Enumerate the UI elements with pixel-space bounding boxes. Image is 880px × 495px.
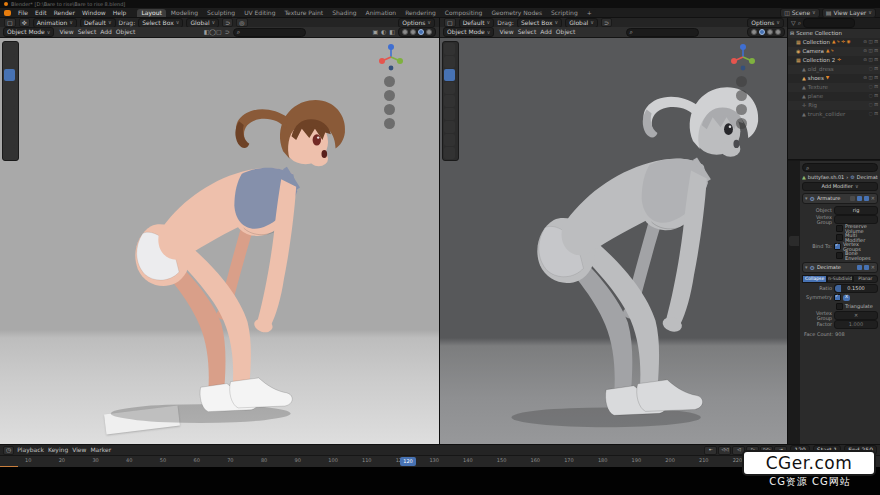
outliner-row[interactable]: ▲ plane ◌ ⊡	[788, 92, 880, 101]
toggle-render-icon[interactable]	[864, 265, 869, 270]
navigation-gizmo[interactable]	[376, 42, 406, 72]
tool-button[interactable]	[444, 108, 455, 120]
gizmo-toggle-icon[interactable]: ▣	[372, 29, 378, 35]
tool-button[interactable]	[4, 95, 15, 107]
viewport-search[interactable]: ⌕	[233, 28, 306, 37]
bone-envelopes-checkbox[interactable]	[836, 252, 843, 259]
shading-wireframe-icon[interactable]	[402, 29, 408, 35]
outliner-row[interactable]: ▲ shoes ▼ ⊙ ◫ ⊡	[788, 74, 880, 83]
nav-button[interactable]	[384, 90, 395, 101]
triangulate-checkbox[interactable]	[836, 303, 843, 310]
current-frame-marker[interactable]: 120	[400, 457, 416, 466]
properties-search-input[interactable]	[811, 165, 871, 171]
visibility-icons[interactable]: ◌ ⊡	[869, 85, 878, 90]
nav-button[interactable]	[384, 118, 395, 129]
tool-button[interactable]	[4, 82, 15, 94]
tool-button[interactable]	[444, 134, 455, 146]
outliner-row[interactable]: ◉ Camera ▲ ϟ ⊙ ◫ ⊡	[788, 47, 880, 56]
tool-button[interactable]	[444, 147, 455, 159]
shading-material-icon[interactable]	[767, 29, 773, 35]
tweak-tool-icon[interactable]: ▢	[444, 18, 456, 27]
orientation-dropdown[interactable]: Default ∨	[80, 18, 116, 28]
decimate-modifier-header[interactable]: ▾ ⚙ Decimate ✕	[802, 262, 878, 273]
navigation-gizmo[interactable]	[728, 42, 758, 72]
tool-button[interactable]	[444, 82, 455, 94]
blender-logo-icon[interactable]	[4, 10, 11, 16]
nav-button[interactable]	[736, 90, 747, 101]
orientation-dropdown[interactable]: Default ∨	[459, 18, 495, 28]
properties-tab-icon[interactable]	[789, 272, 799, 282]
snap-icon[interactable]: ⊃	[225, 29, 230, 35]
close-icon[interactable]: ✕	[871, 265, 875, 270]
character-model-shaded[interactable]	[60, 80, 360, 436]
viewport-menu-item[interactable]: Select	[516, 29, 539, 35]
properties-tab-icon[interactable]	[789, 212, 799, 222]
visibility-icons[interactable]: ⊙ ◫ ⊡	[863, 49, 878, 54]
decimate-mode-tab[interactable]: Collapse	[802, 275, 827, 283]
properties-tab-icon[interactable]	[789, 236, 799, 246]
properties-tab-icon[interactable]	[789, 296, 799, 306]
armature-modifier-header[interactable]: ▾ ⚙ Armature ✕	[802, 193, 878, 204]
symmetry-axis-button[interactable]: X	[843, 295, 850, 301]
properties-search[interactable]: ⌕	[802, 163, 878, 172]
options-dropdown[interactable]: Options ∨	[398, 18, 435, 28]
workspace-tab[interactable]: Animation	[362, 9, 401, 17]
tool-button[interactable]	[444, 121, 455, 133]
preserve-volume-checkbox[interactable]	[836, 225, 843, 232]
outliner-row[interactable]: ▦ Collection ▲ ϟ ✛ ◉ ⊙ ◫ ⊡	[788, 38, 880, 47]
tool-button[interactable]	[4, 147, 15, 159]
tool-button[interactable]	[4, 134, 15, 146]
properties-tab-icon[interactable]	[789, 284, 799, 294]
viewport-menu-item[interactable]: View	[497, 29, 515, 35]
shading-wireframe-icon[interactable]	[751, 29, 757, 35]
shading-rendered-icon[interactable]	[426, 29, 432, 35]
overlays-toggle-icon[interactable]: ◐	[381, 29, 386, 35]
properties-tab-icon[interactable]	[789, 248, 799, 258]
menu-item[interactable]: File	[15, 9, 31, 17]
viewport-3d-left[interactable]	[0, 38, 439, 444]
character-model-clay[interactable]	[458, 66, 774, 441]
tool-button[interactable]	[444, 69, 455, 81]
tweak-tool-icon[interactable]: ▢	[4, 18, 16, 27]
tool-button[interactable]	[444, 95, 455, 107]
cursor-tool-icon[interactable]: ✜	[19, 18, 30, 27]
viewport-menu-item[interactable]: Object	[554, 29, 578, 35]
nav-button[interactable]	[736, 76, 747, 87]
workspace-tab[interactable]: Geometry Nodes	[487, 9, 546, 17]
workspace-tab[interactable]: Rendering	[401, 9, 440, 17]
outliner-row[interactable]: ▲ Texture ◌ ⊡	[788, 83, 880, 92]
properties-tab-icon[interactable]	[789, 224, 799, 234]
snap-magnet-icon[interactable]: ⊃	[601, 18, 612, 27]
workspace-tab[interactable]: Layout	[137, 9, 165, 17]
view-layer-selector[interactable]: ▤ View Layer ∨	[822, 8, 876, 18]
menu-item[interactable]: Edit	[32, 9, 50, 17]
workspace-tab[interactable]: Texture Paint	[280, 9, 327, 17]
viewport-menu-item[interactable]: Select	[76, 29, 99, 35]
select-box-dropdown[interactable]: Select Box ∨	[138, 18, 183, 28]
editor-type-icon[interactable]: ◷	[3, 446, 14, 455]
outliner-search-input[interactable]	[803, 18, 855, 28]
tool-button[interactable]	[4, 43, 15, 55]
properties-tab-icon[interactable]	[789, 176, 799, 186]
decimate-mode-tab[interactable]: Planar	[853, 275, 878, 283]
multi-modifier-checkbox[interactable]	[836, 234, 843, 241]
outliner-row[interactable]: ⊟ Scene Collection	[788, 29, 880, 38]
outliner-row[interactable]: ▲ old_dress ◌ ⊡	[788, 65, 880, 74]
tool-button[interactable]	[4, 69, 15, 81]
pivot-dropdown[interactable]: Global ∨	[186, 18, 219, 28]
workspace-tab[interactable]: Compositing	[441, 9, 487, 17]
add-modifier-button[interactable]: Add Modifier ∨	[802, 182, 878, 191]
breadcrumb-object[interactable]: buttyfae.sh.01	[808, 175, 844, 180]
viewport-menu-item[interactable]: View	[57, 29, 75, 35]
viewport-menu-item[interactable]: Object	[114, 29, 138, 35]
toggle-realtime-icon[interactable]	[857, 196, 862, 201]
timeline-menu-item[interactable]: Keying	[48, 447, 68, 453]
properties-tab-icon[interactable]	[789, 260, 799, 270]
select-box-dropdown[interactable]: Select Box ∨	[517, 18, 562, 28]
active-tool-dropdown[interactable]: Animation ∨	[33, 18, 77, 28]
workspace-tab[interactable]: UV Editing	[240, 9, 279, 17]
playback-button[interactable]: ◁◁	[718, 446, 731, 455]
properties-tab-icon[interactable]	[789, 200, 799, 210]
properties-tab-icon[interactable]	[789, 188, 799, 198]
scene-selector[interactable]: ◫ Scene ∨	[780, 8, 820, 18]
